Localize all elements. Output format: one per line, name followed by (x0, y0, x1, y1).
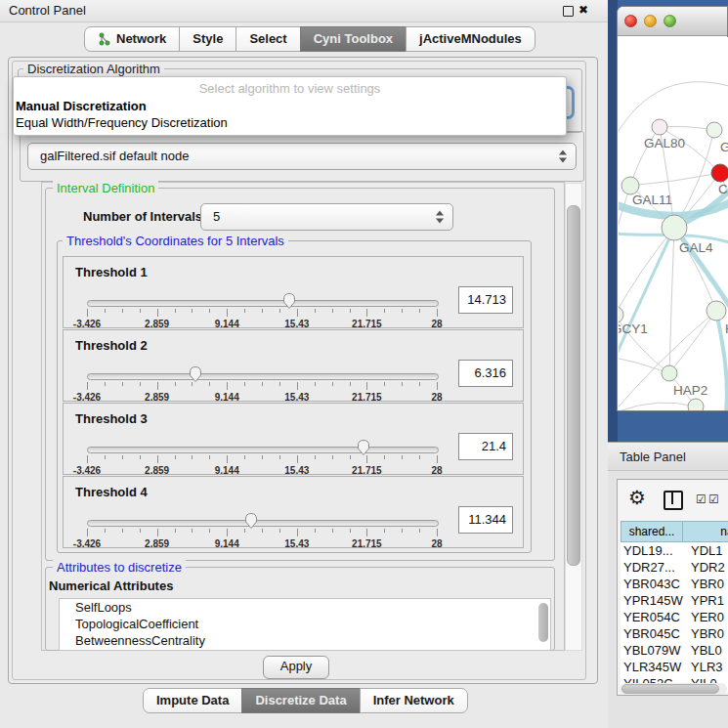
float-window-icon[interactable] (563, 6, 574, 17)
cell-name: YPR1 (683, 592, 728, 609)
table-row[interactable]: YDR27...YDR2 (621, 559, 728, 576)
threshold-slider[interactable]: -3.4262.8599.14415.4321.71528 (87, 443, 437, 474)
tick-label: 28 (431, 538, 442, 549)
tick-label: 2.859 (145, 319, 169, 329)
horizontal-scrollbar-thumb[interactable] (621, 684, 719, 694)
tick-label: 21.715 (352, 319, 382, 329)
numerical-attributes-list[interactable]: SelfLoopsTopologicalCoefficientBetweenne… (59, 598, 551, 651)
threshold-box-2: Threshold 2-3.4262.8599.14415.4321.71528… (63, 329, 524, 402)
table-row[interactable]: YBL079WYBL0 (621, 642, 728, 659)
cell-shared-name: YBR043C (621, 576, 683, 592)
network-edge[interactable] (669, 311, 716, 373)
slider-thumb[interactable] (243, 512, 259, 530)
threshold-value-field[interactable]: 14.713 (458, 286, 513, 314)
tab-infer-network[interactable]: Infer Network (360, 688, 468, 713)
threshold-value-field[interactable]: 6.316 (458, 360, 513, 387)
table-row[interactable]: YER054CYER0 (621, 609, 728, 625)
tab-label: Select (249, 27, 286, 51)
network-window-titlebar[interactable] (618, 7, 727, 36)
network-edge[interactable] (619, 403, 696, 410)
tab-cyni-toolbox[interactable]: Cyni Toolbox (300, 26, 407, 52)
table-panel-header: Table Panel (608, 442, 728, 471)
threshold-value-field[interactable]: 11.344 (458, 506, 513, 534)
minimize-traffic-light-icon[interactable] (644, 15, 657, 27)
table-toolbar: ⚙ ☑ ☑ (618, 480, 728, 521)
number-of-intervals-value: 5 (213, 204, 220, 230)
tab-style[interactable]: Style (179, 26, 236, 52)
table-rows: YDL19...YDL1YDR27...YDR2YBR043CYBR0YPR14… (621, 542, 728, 692)
GAL80-node[interactable] (652, 119, 667, 135)
slider-ticks (87, 382, 437, 391)
cell-name: YDR2 (683, 559, 728, 576)
slider-track[interactable] (87, 447, 439, 453)
zoom-traffic-light-icon[interactable] (664, 15, 676, 27)
gear-icon[interactable]: ⚙ (628, 486, 646, 509)
column-header-name[interactable]: na (682, 521, 728, 542)
network-edge[interactable] (619, 228, 674, 364)
slider-thumb[interactable] (356, 439, 371, 456)
combo-arrows-icon (559, 150, 567, 163)
GA-node[interactable] (707, 122, 722, 138)
cell-name: YER0 (683, 609, 728, 625)
close-icon[interactable]: ✖ (578, 3, 588, 17)
window-title: Control Panel (9, 3, 86, 18)
tick-label: 28 (431, 392, 442, 403)
apply-button[interactable]: Apply (263, 656, 329, 679)
tab-label: Cyni Toolbox (314, 27, 393, 51)
table-row[interactable]: YDL19...YDL1 (621, 542, 728, 559)
tab-select[interactable]: Select (236, 26, 300, 52)
tab-discretize-data[interactable]: Discretize Data (241, 688, 360, 713)
slider-thumb[interactable] (281, 292, 297, 310)
table-row[interactable]: YBR043CYBR0 (621, 576, 728, 592)
horizontal-scrollbar-track[interactable] (620, 683, 727, 695)
network-edge[interactable] (669, 228, 674, 373)
threshold-slider[interactable]: -3.4262.8599.14415.4321.71528 (87, 296, 437, 327)
dropdown-option-manual-discretization[interactable]: Manual Discretization (14, 98, 566, 114)
network-edge[interactable] (630, 173, 720, 186)
columns-icon[interactable] (664, 491, 683, 510)
slider-track[interactable] (87, 373, 439, 380)
slider-track[interactable] (87, 300, 439, 307)
attribute-list-item[interactable]: TopologicalCoefficient (60, 616, 550, 632)
H-node[interactable] (707, 301, 726, 321)
number-of-intervals-combobox[interactable]: 5 (200, 203, 453, 231)
list-scrollbar-thumb[interactable] (538, 603, 548, 642)
tab-jactivemnodules[interactable]: jActiveMNodules (406, 26, 535, 52)
column-header-shared-name[interactable]: shared... (621, 521, 683, 542)
slider-tick-labels: -3.4262.8599.14415.4321.71528 (87, 538, 437, 549)
dropdown-option-equal-width-frequency[interactable]: Equal Width/Frequency Discretization (14, 114, 566, 131)
checkbox-icon[interactable]: ☑ (708, 492, 719, 506)
HAP2-node[interactable] (662, 365, 677, 381)
GAL4-node[interactable] (662, 215, 687, 240)
network-canvas[interactable]: GAL80GACGAL11GAL4GCY1HHAP2 (619, 37, 728, 410)
tab-impute-data[interactable]: Impute Data (143, 688, 242, 713)
table-row[interactable]: YLR345WYLR3 (621, 659, 728, 675)
thresholds-group-title: Threshold's Coordinates for 5 Intervals (63, 234, 288, 248)
close-traffic-light-icon[interactable] (624, 15, 637, 27)
table-data-combobox[interactable]: galFiltered.sif default node (27, 143, 577, 170)
threshold-slider[interactable]: -3.4262.8599.14415.4321.71528 (87, 516, 437, 547)
network-edge[interactable] (619, 228, 674, 315)
network-edge[interactable] (619, 186, 630, 291)
attribute-list-item[interactable]: SelfLoops (60, 599, 550, 616)
red-node[interactable] (711, 164, 728, 182)
table-row[interactable]: YBR045CYBR0 (621, 625, 728, 642)
cell-shared-name: YDR27... (621, 559, 683, 576)
slider-thumb[interactable] (188, 365, 203, 383)
cell-shared-name: YLR345W (621, 659, 683, 675)
tab-network[interactable]: Network (84, 26, 180, 52)
attribute-list-item[interactable]: BetweennessCentrality (60, 632, 550, 649)
network-icon (98, 32, 111, 46)
dropdown-placeholder: Select algorithm to view settings (14, 77, 566, 98)
bottom-node[interactable] (688, 399, 704, 410)
checkbox-icon[interactable]: ☑ (696, 492, 707, 506)
table-row[interactable]: YPR145WYPR1 (621, 592, 728, 609)
table-panel-title: Table Panel (620, 450, 686, 464)
threshold-slider[interactable]: -3.4262.8599.14415.4321.71528 (87, 369, 437, 401)
threshold-value-field[interactable]: 21.4 (458, 433, 513, 460)
threshold-label: Threshold 2 (75, 338, 148, 353)
slider-track[interactable] (87, 520, 439, 527)
node-label-gal4: GAL4 (679, 240, 713, 255)
vertical-scrollbar-thumb[interactable] (567, 205, 580, 566)
cell-name: YDL1 (683, 542, 728, 559)
